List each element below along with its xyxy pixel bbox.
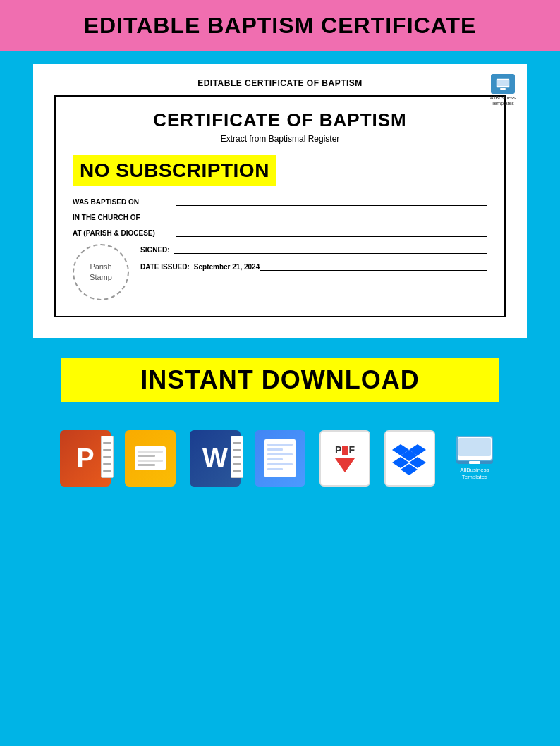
google-slides-icon — [125, 430, 176, 487]
gslides-line-3 — [138, 460, 163, 462]
pdf-arrow-wrapper — [335, 458, 355, 472]
page-title: EDITABLE BAPTISM CERTIFICATE — [14, 13, 546, 39]
signed-line — [174, 244, 487, 254]
download-banner-wrapper: INSTANT DOWNLOAD — [0, 351, 560, 409]
word-icon: W — [190, 430, 241, 487]
allbusiness-bottom-icon-bg — [456, 436, 493, 464]
form-row-church: IN THE CHURCH OF — [73, 212, 487, 221]
google-docs-icon — [255, 430, 305, 487]
form-row-parish: AT (PARISH & DIOCESE) — [73, 227, 487, 237]
svg-rect-11 — [469, 461, 480, 464]
google-docs-bg — [255, 430, 305, 487]
cert-extract: Extract from Baptismal Register — [73, 134, 487, 144]
ppt-line-4 — [103, 463, 111, 465]
cert-subtitle: EDITABLE CERTIFICATE OF BAPTISM — [54, 78, 506, 88]
top-banner: EDITABLE BAPTISM CERTIFICATE — [0, 0, 560, 51]
parish-stamp: Parish Stamp — [73, 244, 129, 300]
pdf-arrow-down — [335, 458, 355, 472]
date-issued-value: September 21, 2024 — [194, 263, 260, 271]
church-line — [176, 212, 487, 221]
gslides-line-4 — [138, 464, 155, 466]
allbusiness-logo-icon — [491, 74, 515, 94]
baptised-line — [176, 196, 487, 206]
allbusiness-logo: AllBusiness Templates — [490, 74, 516, 107]
google-slides-bg — [125, 430, 176, 487]
google-docs-inner — [264, 439, 296, 477]
signed-row: SIGNED: — [140, 244, 487, 254]
gdocs-line-6 — [267, 468, 283, 470]
dropbox-icon — [384, 430, 435, 487]
ppt-line-1 — [103, 442, 111, 444]
bottom-icons-row: P W — [0, 430, 560, 487]
download-banner: INSTANT DOWNLOAD — [61, 358, 499, 402]
gdocs-line-4 — [267, 458, 283, 460]
date-line — [260, 261, 487, 271]
ppt-line-2 — [103, 449, 111, 451]
signed-label: SIGNED: — [140, 246, 170, 254]
gdocs-line-1 — [267, 444, 293, 446]
bottom-area: Parish Stamp SIGNED: DATE ISSUED: Septem… — [73, 244, 487, 300]
form-area: WAS BAPTISED ON IN THE CHURCH OF AT (PAR… — [73, 196, 487, 237]
allbusiness-bottom-icon: AllBusinessTemplates — [449, 430, 500, 487]
word-letter: W — [202, 444, 228, 474]
parish-label: AT (PARISH & DIOCESE) — [73, 229, 171, 237]
svg-rect-2 — [500, 88, 506, 90]
ppt-line-3 — [103, 456, 111, 458]
date-issued-label: DATE ISSUED: — [140, 263, 190, 271]
allbusiness-bottom-label: AllBusinessTemplates — [460, 467, 489, 482]
powerpoint-icon: P — [60, 430, 111, 487]
signed-area: SIGNED: DATE ISSUED: September 21, 2024 — [140, 244, 487, 271]
gdocs-line-5 — [267, 463, 293, 465]
ppt-line-5 — [103, 470, 111, 472]
form-row-baptised: WAS BAPTISED ON — [73, 196, 487, 206]
svg-rect-1 — [497, 80, 509, 86]
date-row: DATE ISSUED: September 21, 2024 — [140, 261, 487, 271]
word-line-3 — [233, 456, 241, 458]
word-lines — [231, 436, 243, 478]
powerpoint-letter: P — [76, 444, 94, 474]
word-line-2 — [233, 449, 241, 451]
dropbox-svg — [392, 441, 427, 475]
download-text: INSTANT DOWNLOAD — [140, 365, 419, 394]
pdf-arrow-stem — [342, 446, 348, 455]
gdocs-line-2 — [267, 448, 283, 451]
no-subscription-text: NO SUBSCRIPTION — [80, 159, 269, 181]
cert-title: CERTIFICATE OF BAPTISM — [73, 109, 487, 131]
church-label: IN THE CHURCH OF — [73, 214, 171, 221]
gdocs-line-3 — [267, 453, 293, 455]
google-slides-inner — [135, 446, 166, 470]
parish-line — [176, 227, 487, 237]
word-line-5 — [233, 470, 241, 472]
powerpoint-lines — [101, 436, 114, 478]
pdf-icon: PDF — [319, 430, 370, 487]
word-line-1 — [233, 442, 241, 444]
parish-stamp-text: Parish Stamp — [90, 262, 112, 283]
baptised-label: WAS BAPTISED ON — [73, 198, 171, 206]
certificate-box: CERTIFICATE OF BAPTISM Extract from Bapt… — [54, 95, 506, 317]
svg-rect-10 — [458, 438, 491, 456]
dropbox-icon-bg — [384, 430, 435, 487]
allbusiness-bottom-svg — [456, 436, 493, 464]
gslides-line-1 — [138, 451, 163, 453]
certificate-page: AllBusiness Templates EDITABLE CERTIFICA… — [33, 64, 527, 338]
allbusiness-logo-text: AllBusiness Templates — [490, 95, 516, 107]
pdf-icon-bg: PDF — [319, 430, 370, 487]
gslides-line-2 — [138, 455, 155, 457]
word-line-4 — [233, 463, 241, 465]
no-subscription-banner: NO SUBSCRIPTION — [73, 155, 276, 186]
